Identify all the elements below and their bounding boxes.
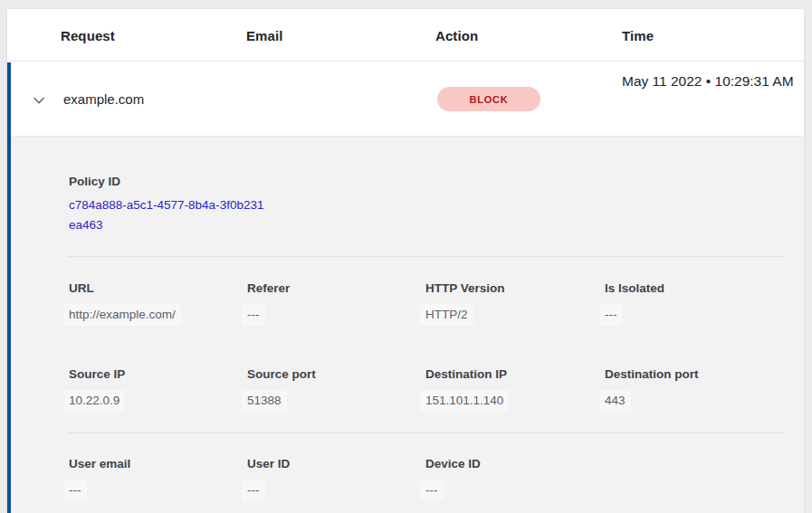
field-http-version: HTTP Version HTTP/2 bbox=[425, 280, 597, 324]
field-value-text: http://example.com/ bbox=[63, 304, 181, 326]
field-label: URL bbox=[69, 280, 241, 298]
field-value: 51388 bbox=[247, 392, 419, 410]
field-value-text: 443 bbox=[599, 390, 631, 412]
request-domain: example.com bbox=[63, 90, 144, 109]
field-url: URL http://example.com/ bbox=[69, 280, 241, 324]
divider bbox=[68, 256, 784, 257]
chevron-down-icon[interactable] bbox=[31, 92, 47, 109]
field-destination-port: Destination port 443 bbox=[605, 366, 777, 410]
field-label: Destination IP bbox=[425, 366, 597, 384]
row-time-cell: May 11 2022 • 10:29:31 AM bbox=[622, 71, 796, 92]
field-value-text: 10.22.0.9 bbox=[63, 390, 125, 412]
field-destination-ip: Destination IP 151.101.1.140 bbox=[425, 366, 597, 410]
policy-id-label: Policy ID bbox=[69, 173, 120, 191]
policy-id-link[interactable]: c784a888-a5c1-4577-8b4a-3f0b231ea463 bbox=[69, 195, 268, 234]
field-value-text: --- bbox=[242, 480, 265, 501]
field-label: Referer bbox=[247, 280, 419, 298]
column-header-action: Action bbox=[435, 9, 478, 62]
field-value: --- bbox=[247, 306, 419, 324]
field-value: --- bbox=[69, 481, 241, 499]
column-header-email: Email bbox=[246, 9, 283, 62]
field-is-isolated: Is Isolated --- bbox=[605, 280, 777, 324]
column-header-request: Request bbox=[61, 9, 115, 62]
log-viewer: Request Email Action Time example.com BL… bbox=[0, 0, 812, 513]
table-header: Request Email Action Time bbox=[7, 9, 804, 62]
divider bbox=[68, 432, 784, 433]
field-user-email: User email --- bbox=[69, 455, 241, 499]
field-label: User email bbox=[69, 455, 241, 473]
field-label: Source port bbox=[247, 366, 419, 384]
expanded-row-accent-bar bbox=[7, 62, 11, 513]
field-value-text: 151.101.1.140 bbox=[420, 390, 509, 412]
field-source-port: Source port 51388 bbox=[247, 366, 419, 410]
field-value: --- bbox=[605, 306, 777, 324]
field-label: Source IP bbox=[69, 366, 241, 384]
field-value: 10.22.0.9 bbox=[69, 392, 241, 410]
field-source-ip: Source IP 10.22.0.9 bbox=[69, 366, 241, 410]
field-value-text: HTTP/2 bbox=[420, 304, 473, 326]
field-value-text: --- bbox=[242, 304, 265, 326]
action-badge-block: BLOCK bbox=[437, 87, 540, 111]
field-value: --- bbox=[425, 481, 597, 499]
field-value-text: --- bbox=[599, 304, 623, 326]
field-label: HTTP Version bbox=[425, 280, 597, 298]
field-value-text: --- bbox=[420, 480, 444, 501]
field-label: Is Isolated bbox=[605, 280, 777, 298]
field-value: http://example.com/ bbox=[69, 306, 241, 324]
field-label: User ID bbox=[247, 455, 419, 473]
field-value: --- bbox=[247, 481, 419, 499]
field-value: 443 bbox=[605, 392, 777, 410]
field-label: Destination port bbox=[605, 366, 777, 384]
field-device-id: Device ID --- bbox=[425, 455, 597, 499]
log-row-expanded[interactable]: example.com BLOCK May 11 2022 • 10:29:31… bbox=[7, 62, 804, 136]
field-value: 151.101.1.140 bbox=[425, 392, 597, 410]
field-user-id: User ID --- bbox=[247, 455, 419, 499]
field-value: HTTP/2 bbox=[425, 306, 597, 324]
row-details-panel: Policy ID c784a888-a5c1-4577-8b4a-3f0b23… bbox=[7, 136, 804, 513]
field-value-text: --- bbox=[63, 480, 87, 501]
field-label: Device ID bbox=[425, 455, 597, 473]
field-referer: Referer --- bbox=[247, 280, 419, 324]
column-header-time: Time bbox=[622, 9, 654, 62]
field-value-text: 51388 bbox=[242, 390, 287, 412]
